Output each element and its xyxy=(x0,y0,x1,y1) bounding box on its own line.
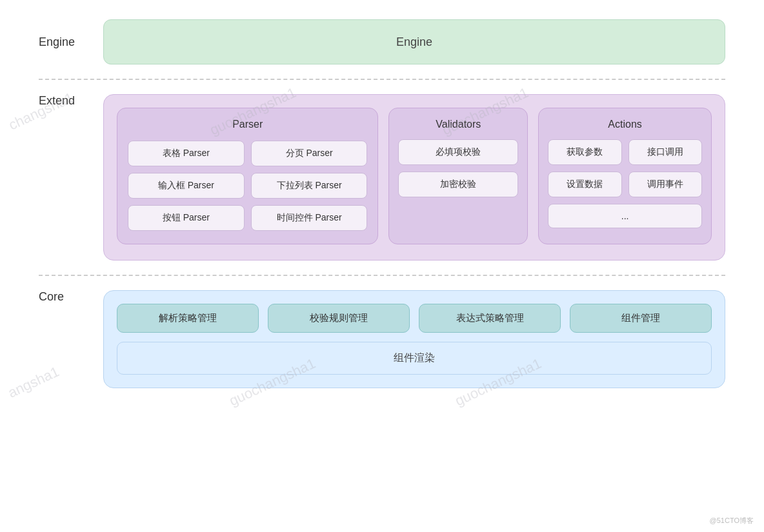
core-bottom-text: 组件渲染 xyxy=(394,352,435,363)
parser-box: Parser 表格 Parser 分页 Parser 输入框 Parser 下拉… xyxy=(117,108,378,244)
actions-box: Actions 获取参数 接口调用 设置数据 调用事件 ... xyxy=(538,108,712,244)
validators-box: Validators 必填项校验 加密校验 xyxy=(388,108,528,244)
actions-item-3: 调用事件 xyxy=(628,172,702,197)
parser-item-2: 输入框 Parser xyxy=(128,173,245,199)
core-top-row: 解析策略管理 校验规则管理 表达式策略管理 组件管理 xyxy=(117,304,712,333)
parser-item-3: 下拉列表 Parser xyxy=(251,173,368,199)
credit-text: @51CTO博客 xyxy=(710,516,754,526)
core-item-0: 解析策略管理 xyxy=(117,304,259,333)
engine-layer-row: Engine Engine xyxy=(39,19,725,64)
parser-item-0: 表格 Parser xyxy=(128,141,245,166)
core-layer-row: Core 解析策略管理 校验规则管理 表达式策略管理 组件管理 组件渲染 xyxy=(39,290,725,388)
divider-1 xyxy=(39,79,725,80)
divider-2 xyxy=(39,275,725,276)
actions-item-0: 获取参数 xyxy=(548,139,621,165)
actions-title: Actions xyxy=(548,119,702,130)
extend-inner: Parser 表格 Parser 分页 Parser 输入框 Parser 下拉… xyxy=(103,94,725,261)
parser-item-4: 按钮 Parser xyxy=(128,205,245,231)
validators-item-0: 必填项校验 xyxy=(398,139,518,165)
actions-grid: 获取参数 接口调用 设置数据 调用事件 ... xyxy=(548,139,702,228)
parser-title: Parser xyxy=(128,119,367,130)
actions-item-4: ... xyxy=(548,204,702,228)
engine-box: Engine xyxy=(103,19,725,64)
parser-item-1: 分页 Parser xyxy=(251,141,368,166)
validators-item-1: 加密校验 xyxy=(398,172,518,197)
parser-item-5: 时间控件 Parser xyxy=(251,205,368,231)
core-label: Core xyxy=(39,290,84,304)
extend-layer-row: Extend Parser 表格 Parser 分页 Parser 输入框 Pa… xyxy=(39,94,725,261)
parser-grid: 表格 Parser 分页 Parser 输入框 Parser 下拉列表 Pars… xyxy=(128,141,367,231)
core-item-1: 校验规则管理 xyxy=(268,304,410,333)
main-container: Engine Engine Extend Parser 表格 Parser 分页… xyxy=(0,0,764,532)
extend-label: Extend xyxy=(39,94,84,108)
actions-item-1: 接口调用 xyxy=(628,139,702,165)
core-item-3: 组件管理 xyxy=(570,304,712,333)
core-item-2: 表达式策略管理 xyxy=(419,304,561,333)
actions-item-2: 设置数据 xyxy=(548,172,621,197)
core-bottom-box: 组件渲染 xyxy=(117,342,712,375)
validators-title: Validators xyxy=(398,119,518,130)
engine-label: Engine xyxy=(39,35,84,49)
core-inner: 解析策略管理 校验规则管理 表达式策略管理 组件管理 组件渲染 xyxy=(103,290,725,388)
engine-box-text: Engine xyxy=(396,35,432,49)
